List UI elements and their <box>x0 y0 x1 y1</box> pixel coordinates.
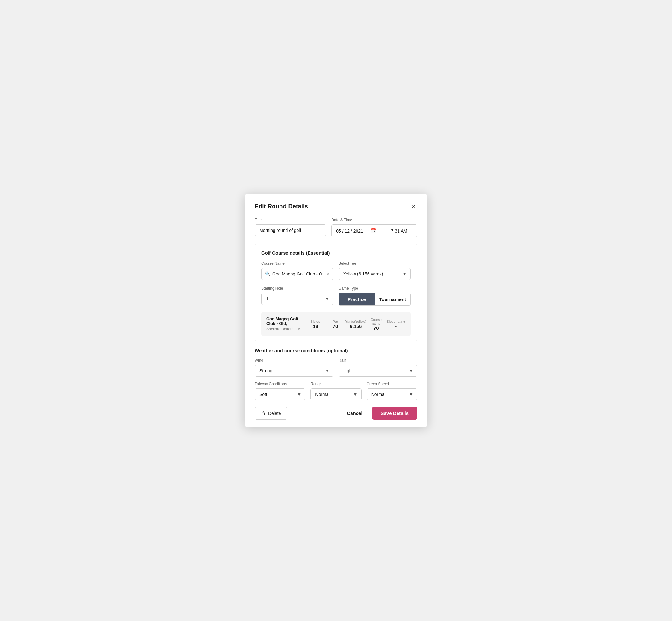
select-tee-dropdown[interactable]: Yellow (6,156 yards) White Red Blue <box>339 268 411 280</box>
title-label: Title <box>255 218 326 222</box>
fairway-col: Fairway Conditions SoftNormalFirmVery Fi… <box>255 382 305 401</box>
starting-hole-wrap: 1234 5678 910 ▼ <box>261 293 333 305</box>
date-value: 05 / 12 / 2021 <box>336 229 363 234</box>
course-info-bar: Gog Magog Golf Club - Old, Shelford Bott… <box>261 312 411 336</box>
weather-section: Weather and course conditions (optional)… <box>255 348 417 401</box>
rain-label: Rain <box>339 358 417 363</box>
course-stat-par: Par 70 <box>326 320 345 329</box>
modal-header: Edit Round Details × <box>255 203 417 210</box>
select-tee-col: Select Tee Yellow (6,156 yards) White Re… <box>339 261 411 280</box>
green-speed-label: Green Speed <box>367 382 417 386</box>
wind-col: Wind NoneLightModerateStrong ▼ <box>255 358 333 377</box>
course-info-name-col: Gog Magog Golf Club - Old, Shelford Bott… <box>266 317 306 332</box>
course-stat-yards: Yards(Yellow) 6,156 <box>345 320 366 329</box>
modal-title: Edit Round Details <box>255 203 308 210</box>
fairway-dropdown[interactable]: SoftNormalFirmVery Firm <box>255 388 305 401</box>
hole-gametype-row: Starting Hole 1234 5678 910 ▼ Game Type … <box>261 286 411 306</box>
cancel-button[interactable]: Cancel <box>344 407 365 419</box>
date-field[interactable]: 05 / 12 / 2021 📅 <box>331 224 381 237</box>
golf-course-title: Golf Course details (Essential) <box>261 250 411 256</box>
rain-dropdown[interactable]: NoneLightModerateHeavy <box>339 365 417 377</box>
par-label: Par <box>326 320 345 323</box>
course-name-label: Course Name <box>261 261 333 266</box>
wind-rain-row: Wind NoneLightModerateStrong ▼ Rain None… <box>255 358 417 377</box>
close-button[interactable]: × <box>410 203 417 210</box>
course-info-location: Shelford Bottom, UK <box>266 327 301 331</box>
yards-value: 6,156 <box>345 323 366 329</box>
wind-wrap: NoneLightModerateStrong ▼ <box>255 365 333 377</box>
starting-hole-dropdown[interactable]: 1234 5678 910 <box>261 293 333 305</box>
rain-wrap: NoneLightModerateHeavy ▼ <box>339 365 417 377</box>
practice-toggle-button[interactable]: Practice <box>339 293 375 305</box>
holes-value: 18 <box>306 323 326 329</box>
slope-rating-label: Slope rating <box>386 320 406 323</box>
weather-section-title: Weather and course conditions (optional) <box>255 348 417 353</box>
edit-round-modal: Edit Round Details × Title Date & Time 0… <box>245 194 427 427</box>
date-time-group: 05 / 12 / 2021 📅 7:31 AM <box>331 224 417 237</box>
rough-label: Rough <box>310 382 361 386</box>
slope-rating-value: - <box>386 323 406 329</box>
rough-dropdown[interactable]: ShortNormalLongVery Long <box>310 388 361 401</box>
starting-hole-col: Starting Hole 1234 5678 910 ▼ <box>261 286 333 306</box>
rough-col: Rough ShortNormalLongVery Long ▼ <box>310 382 361 401</box>
time-value: 7:31 AM <box>391 229 407 234</box>
course-stat-holes: Holes 18 <box>306 320 326 329</box>
course-stat-slope-rating: Slope rating - <box>386 320 406 329</box>
datetime-label: Date & Time <box>331 218 417 222</box>
course-tee-row: Course Name 🔍 × Select Tee Yellow (6,156… <box>261 261 411 280</box>
title-col: Title <box>255 218 326 237</box>
delete-label: Delete <box>268 411 281 416</box>
par-value: 70 <box>326 323 345 329</box>
course-rating-value: 70 <box>366 325 386 331</box>
select-tee-wrap: Yellow (6,156 yards) White Red Blue ▼ <box>339 268 411 280</box>
delete-button[interactable]: 🗑 Delete <box>255 407 287 420</box>
game-type-label: Game Type <box>339 286 411 291</box>
holes-label: Holes <box>306 320 326 323</box>
fairway-label: Fairway Conditions <box>255 382 305 386</box>
course-name-col: Course Name 🔍 × <box>261 261 333 280</box>
starting-hole-label: Starting Hole <box>261 286 333 291</box>
trash-icon: 🗑 <box>261 411 266 416</box>
game-type-toggle: Practice Tournament <box>339 293 411 306</box>
course-rating-label: Course rating <box>366 318 386 325</box>
golf-course-section: Golf Course details (Essential) Course N… <box>255 244 417 341</box>
wind-label: Wind <box>255 358 333 363</box>
tournament-toggle-button[interactable]: Tournament <box>375 293 411 305</box>
select-tee-label: Select Tee <box>339 261 411 266</box>
course-name-search-wrap: 🔍 × <box>261 268 333 280</box>
footer-row: 🗑 Delete Cancel Save Details <box>255 407 417 420</box>
datetime-col: Date & Time 05 / 12 / 2021 📅 7:31 AM <box>331 218 417 237</box>
course-stat-course-rating: Course rating 70 <box>366 318 386 331</box>
green-speed-col: Green Speed SlowNormalFastVery Fast ▼ <box>367 382 417 401</box>
wind-dropdown[interactable]: NoneLightModerateStrong <box>255 365 333 377</box>
course-info-name: Gog Magog Golf Club - Old, <box>266 317 306 326</box>
course-name-input[interactable] <box>261 268 333 280</box>
course-name-clear-button[interactable]: × <box>327 271 330 277</box>
game-type-col: Game Type Practice Tournament <box>339 286 411 306</box>
fairway-rough-green-row: Fairway Conditions SoftNormalFirmVery Fi… <box>255 382 417 401</box>
save-button[interactable]: Save Details <box>372 407 417 420</box>
search-icon: 🔍 <box>265 272 270 277</box>
rain-col: Rain NoneLightModerateHeavy ▼ <box>339 358 417 377</box>
calendar-icon: 📅 <box>370 228 377 234</box>
title-input[interactable] <box>255 224 326 236</box>
yards-label: Yards(Yellow) <box>345 320 366 323</box>
green-speed-dropdown[interactable]: SlowNormalFastVery Fast <box>367 388 417 401</box>
title-datetime-row: Title Date & Time 05 / 12 / 2021 📅 7:31 … <box>255 218 417 237</box>
footer-right: Cancel Save Details <box>344 407 417 420</box>
fairway-wrap: SoftNormalFirmVery Firm ▼ <box>255 388 305 401</box>
green-speed-wrap: SlowNormalFastVery Fast ▼ <box>367 388 417 401</box>
rough-wrap: ShortNormalLongVery Long ▼ <box>310 388 361 401</box>
time-field[interactable]: 7:31 AM <box>381 224 418 237</box>
